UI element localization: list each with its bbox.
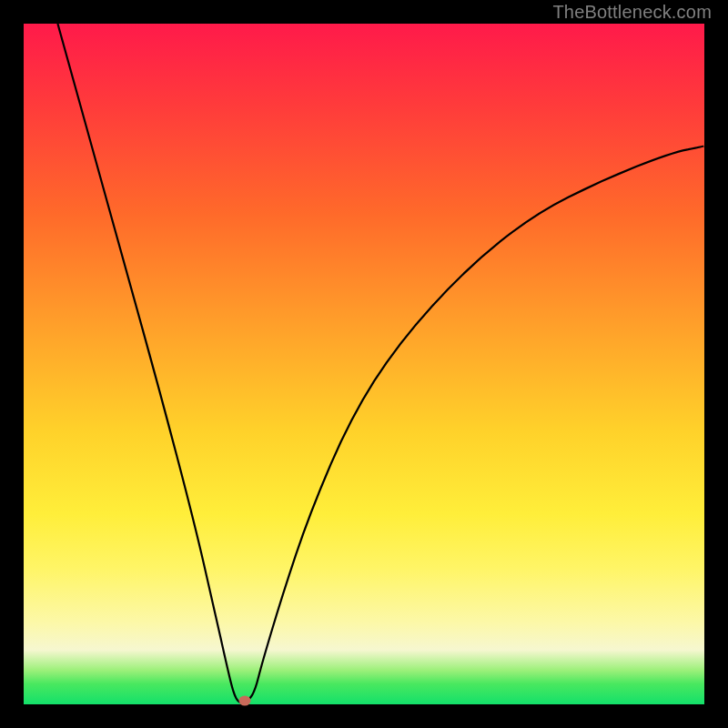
bottleneck-curve <box>24 24 704 704</box>
watermark-text: TheBottleneck.com <box>552 2 712 23</box>
chart-frame: TheBottleneck.com <box>0 0 728 728</box>
chart-plot-area <box>24 24 704 704</box>
minimum-marker-icon <box>239 696 251 706</box>
